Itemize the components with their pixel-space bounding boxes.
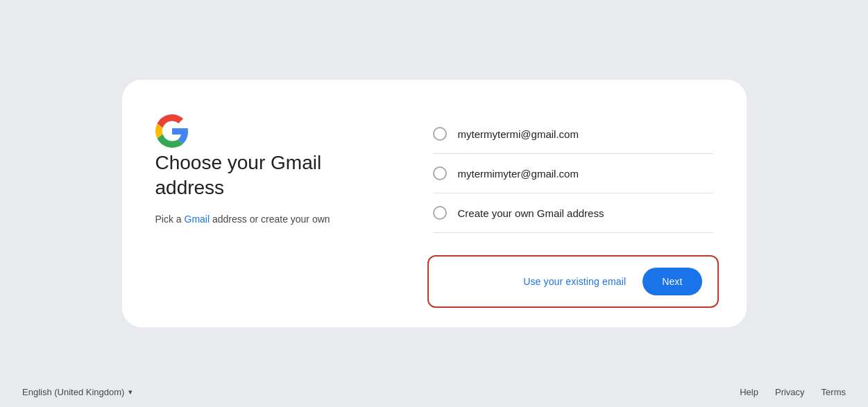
radio-button-1[interactable] (433, 127, 447, 141)
radio-button-2[interactable] (433, 166, 447, 180)
radio-option-2[interactable]: mytermimyter@gmail.com (433, 154, 713, 193)
subtitle-text-part1: Pick a (155, 214, 185, 225)
chevron-down-icon: ▾ (128, 388, 133, 397)
footer: English (United Kingdom) ▾ Help Privacy … (0, 377, 868, 407)
page-subtitle: Pick a Gmail address or create your own (155, 212, 391, 227)
radio-label-3: Create your own Gmail address (458, 207, 604, 219)
footer-language-selector[interactable]: English (United Kingdom) ▾ (22, 387, 133, 397)
language-label: English (United Kingdom) (22, 387, 124, 397)
subtitle-text-part2: address or create your own (210, 214, 330, 225)
next-button[interactable]: Next (643, 268, 701, 295)
privacy-link[interactable]: Privacy (775, 387, 805, 397)
actions-row: Use your existing email Next (433, 261, 713, 302)
email-radio-group: mytermytermi@gmail.com mytermimyter@gmai… (433, 114, 713, 233)
radio-option-3[interactable]: Create your own Gmail address (433, 193, 713, 232)
use-existing-button[interactable]: Use your existing email (512, 269, 637, 294)
gmail-link: Gmail (185, 214, 210, 225)
radio-label-2: mytermimyter@gmail.com (458, 168, 579, 180)
radio-button-3[interactable] (433, 206, 447, 220)
footer-links: Help Privacy Terms (740, 387, 846, 397)
help-link[interactable]: Help (740, 387, 758, 397)
google-logo (155, 114, 391, 150)
terms-link[interactable]: Terms (822, 387, 846, 397)
left-panel: Choose your Gmail address Pick a Gmail a… (155, 107, 391, 302)
radio-label-1: mytermytermi@gmail.com (458, 128, 579, 140)
page-title: Choose your Gmail address (155, 150, 391, 201)
main-card: Choose your Gmail address Pick a Gmail a… (122, 80, 747, 327)
radio-option-1[interactable]: mytermytermi@gmail.com (433, 114, 713, 154)
right-panel: mytermytermi@gmail.com mytermimyter@gmai… (391, 107, 713, 302)
